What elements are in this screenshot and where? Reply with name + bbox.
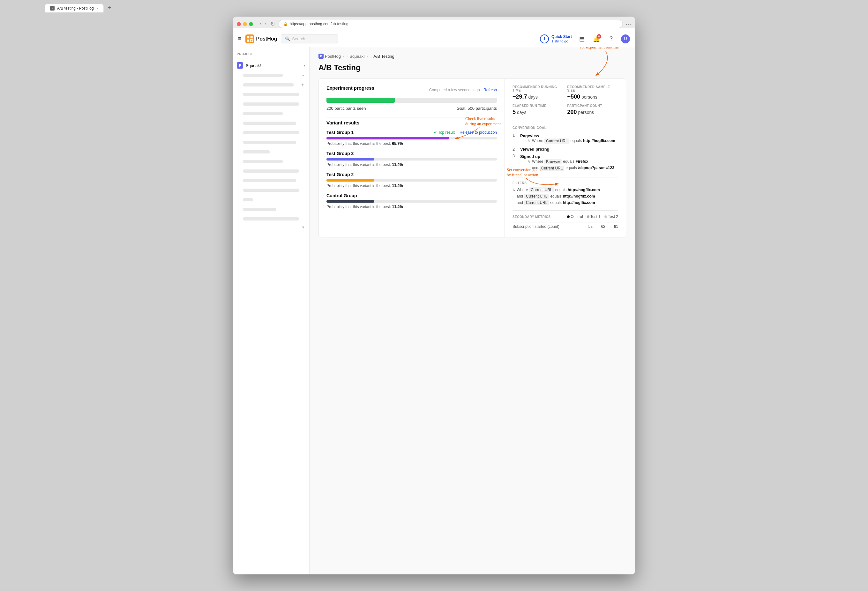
sidebar-nav-row-9[interactable] (233, 147, 309, 157)
conv-field-2-1: Current URL (540, 165, 564, 171)
participants-seen: 200 participants seen (326, 106, 366, 111)
release-link[interactable]: Release to production (459, 130, 497, 134)
breadcrumb-posthog-icon: P (319, 54, 323, 59)
conv-keyword-2-0: Where (532, 159, 543, 164)
sidebar-nav-row-4[interactable] (233, 99, 309, 109)
sidebar-skeleton-12 (243, 179, 296, 182)
close-traffic-light[interactable] (237, 22, 241, 26)
help-button[interactable]: ? (606, 34, 616, 44)
sidebar-skeleton-8 (243, 141, 296, 144)
sidebar-nav-row-3[interactable] (233, 90, 309, 99)
minimize-traffic-light[interactable] (243, 22, 247, 26)
avatar[interactable]: U (621, 34, 630, 43)
filter-keyword-0: Where (517, 188, 528, 192)
refresh-button[interactable]: ↻ (269, 21, 276, 28)
variant-header-0: Test Group 1 ✔ Top result · Release to p… (326, 130, 497, 135)
maximize-traffic-light[interactable] (249, 22, 253, 26)
progress-title: Experiment progress (326, 85, 374, 91)
sidebar-chevron-1: ▾ (302, 73, 304, 78)
participant-value: 200 persons (567, 109, 619, 115)
participant-label: PARTICPANT COUNT (567, 104, 619, 108)
lock-icon: 🔒 (283, 22, 288, 26)
quick-start[interactable]: 1 Quick Start 1 still to go (540, 34, 572, 43)
sidebar-skeleton-16 (243, 217, 299, 220)
sidebar-skeleton-1 (243, 74, 283, 77)
conv-op-2-1: equals (565, 165, 577, 170)
sidebar-bottom-chevron[interactable]: ▾ (302, 225, 304, 229)
filter-field-2: Current URL (524, 200, 549, 205)
browser-window: ‹ › ↻ 🔒 https://app.posthog.com/ab-testi… (233, 16, 635, 575)
filter-field-0: Current URL (529, 187, 554, 192)
sidebar-nav-row-7[interactable] (233, 128, 309, 137)
filters-label: FILTERS (512, 181, 618, 185)
posthog-logo[interactable]: PostHog (245, 34, 277, 43)
conv-name-2: Signed up (520, 154, 540, 159)
nav-buttons: ‹ › ↻ (258, 21, 276, 28)
svg-rect-1 (247, 36, 249, 38)
filter-row-1: ↳ and Current URL equals http://hogflix.… (512, 194, 618, 199)
breadcrumb-squeak[interactable]: Squeak! ▾ (350, 54, 368, 59)
variant-bar-outer-1 (326, 158, 497, 161)
breadcrumb-chevron-2: ▾ (367, 55, 368, 58)
notifications-button[interactable]: 🔔 0 (592, 34, 601, 44)
legend-dot-test1 (587, 216, 589, 218)
sidebar-nav-row-15[interactable] (233, 205, 309, 214)
variant-prob-1: Probability that this variant is the bes… (326, 163, 497, 167)
browser-controls: ‹ › ↻ 🔒 https://app.posthog.com/ab-testi… (237, 20, 631, 28)
filter-value-1: http://hogflix.com (563, 194, 595, 198)
sidebar-nav-row-10[interactable] (233, 157, 309, 166)
variant-row-0: Test Group 1 ✔ Top result · Release to p… (326, 130, 497, 146)
refresh-link[interactable]: Refresh (483, 88, 497, 92)
sidebar-nav-row-6[interactable] (233, 118, 309, 128)
quick-start-sub: 1 still to go (551, 39, 572, 43)
variant-row-1: Test Group 3 Probability that this varia… (326, 151, 497, 167)
sidebar-nav-row-11[interactable] (233, 166, 309, 176)
conv-content-2: Signed up ↳ Where Browser equals Firefox (520, 154, 614, 172)
variant-bar-outer-3 (326, 200, 497, 202)
variant-name-0: Test Group 1 (326, 130, 354, 135)
filter-arrow-0: ↳ (512, 188, 515, 192)
sidebar-nav-row-13[interactable] (233, 185, 309, 195)
filter-keyword-2: and (517, 200, 523, 205)
sm-val-0-0: 52 (580, 225, 593, 229)
quick-start-label: Quick Start (551, 34, 572, 39)
filter-value-0: http://hogflix.com (568, 188, 600, 192)
sidebar-nav-row-5[interactable] (233, 109, 309, 118)
experiment-left-panel: Experiment progress Computed a few secon… (319, 79, 505, 237)
toolbar-icon: ⬒ (579, 35, 585, 43)
sidebar-nav-row-14[interactable] (233, 195, 309, 205)
project-name: Squeak! (246, 63, 261, 68)
sidebar-nav-row-16[interactable] (233, 214, 309, 224)
page-title: A/B Testing (319, 63, 626, 72)
sidebar-nav-row-12[interactable] (233, 176, 309, 185)
sidebar-nav-row-2[interactable]: + (233, 80, 309, 90)
forward-button[interactable]: › (264, 21, 268, 28)
breadcrumb-posthog[interactable]: P PostHog ▾ (319, 54, 344, 59)
toolbar-button[interactable]: ⬒ (577, 34, 586, 44)
sidebar-skeleton-2 (243, 83, 294, 86)
address-bar[interactable]: 🔒 https://app.posthog.com/ab-testing (279, 20, 623, 28)
top-result-badge: ✔ Top result (434, 130, 455, 134)
sidebar-skeleton-11 (243, 170, 299, 173)
sidebar-nav-row-8[interactable] (233, 137, 309, 147)
conv-field-2-0: Browser (545, 159, 562, 164)
project-selector[interactable]: P Squeak! ▾ (233, 60, 309, 71)
back-button[interactable]: ‹ (258, 21, 262, 28)
rec-running-stat: RECOMMENDED RUNNING TIME ~29.7 days (512, 85, 564, 100)
progress-bar (326, 98, 497, 103)
svg-rect-0 (245, 34, 254, 43)
variant-name-1: Test Group 3 (326, 151, 354, 156)
search-bar[interactable]: 🔍 Search... (281, 34, 338, 43)
browser-menu-button[interactable]: ⋯ (626, 21, 631, 27)
hamburger-menu[interactable]: ≡ (238, 35, 242, 42)
divider-1 (326, 117, 497, 117)
participant-stat: PARTICPANT COUNT 200 persons (567, 104, 619, 115)
variant-badge-0: ✔ Top result · Release to production (434, 130, 497, 134)
sidebar-skeleton-4 (243, 102, 299, 106)
progress-bar-fill (326, 98, 395, 103)
main-content: P PostHog ▾ › Squeak! ▾ › A/B Testing A/… (310, 47, 635, 575)
sidebar-skeleton-7 (243, 131, 299, 134)
sidebar-nav-row-1[interactable]: ▾ (233, 71, 309, 80)
goal-text: Goal: 500 participants (457, 106, 497, 111)
sidebar-add-btn[interactable]: + (301, 82, 304, 88)
